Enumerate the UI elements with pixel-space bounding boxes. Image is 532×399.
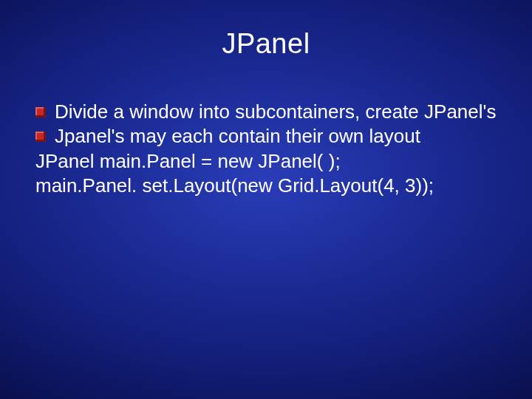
- bullet-item: Jpanel's may each contain their own layo…: [35, 124, 497, 149]
- code-line: JPanel main.Panel = new JPanel( );: [35, 149, 497, 174]
- slide-title: JPanel: [0, 28, 532, 60]
- bullet-item: Divide a window into subcontainers, crea…: [35, 100, 497, 124]
- code-line: main.Panel. set.Layout(new Grid.Layout(4…: [35, 174, 497, 198]
- slide: JPanel Divide a window into subcontainer…: [0, 0, 532, 399]
- slide-body: Divide a window into subcontainers, crea…: [35, 100, 497, 198]
- bullet-text: Jpanel's may each contain their own layo…: [55, 125, 420, 147]
- square-bullet-icon: [35, 132, 46, 142]
- square-bullet-icon: [35, 107, 46, 117]
- bullet-text: Divide a window into subcontainers, crea…: [55, 100, 497, 123]
